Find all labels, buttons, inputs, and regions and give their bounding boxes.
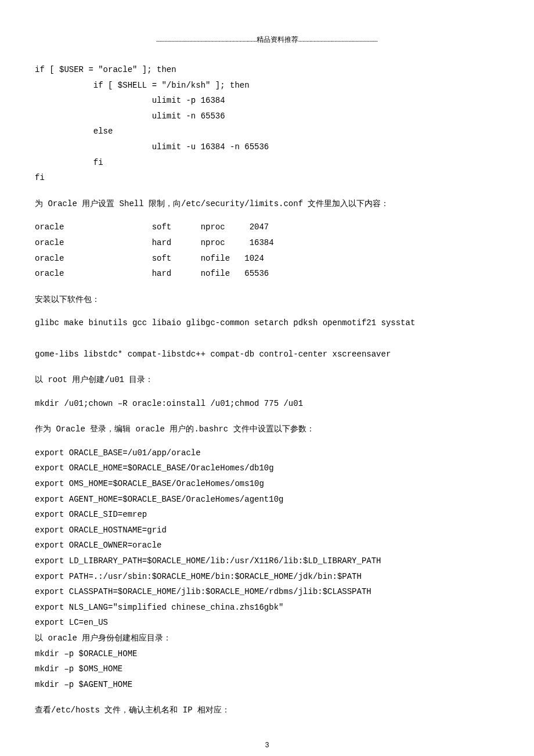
page-header: ………………………………………………………………精品资料推荐…………………………… bbox=[35, 35, 499, 45]
document-page: ………………………………………………………………精品资料推荐…………………………… bbox=[0, 0, 534, 756]
para-limits-conf: 为 Oracle 用户设置 Shell 限制，向/etc/security/li… bbox=[35, 196, 499, 212]
code-shell-limit: if [ $USER = "oracle" ]; then if [ $SHEL… bbox=[35, 62, 499, 186]
page-number: 3 bbox=[35, 741, 499, 750]
para-bashrc: 作为 Oracle 登录，编辑 oracle 用户的.bashrc 文件中设置以… bbox=[35, 422, 499, 437]
para-install-packages: 安装以下软件包： bbox=[35, 292, 499, 308]
para-create-u01: 以 root 用户创建/u01 目录： bbox=[35, 372, 499, 388]
code-exports: export ORACLE_BASE=/u01/app/oracle expor… bbox=[35, 445, 499, 693]
code-packages: glibc make binutils gcc libaio glibgc-co… bbox=[35, 315, 499, 362]
code-mkdir-u01: mkdir /u01;chown –R oracle:oinstall /u01… bbox=[35, 396, 499, 412]
para-etc-hosts: 查看/etc/hosts 文件，确认主机名和 IP 相对应： bbox=[35, 703, 499, 718]
code-limits-conf: oracle soft nproc 2047 oracle hard nproc… bbox=[35, 219, 499, 281]
